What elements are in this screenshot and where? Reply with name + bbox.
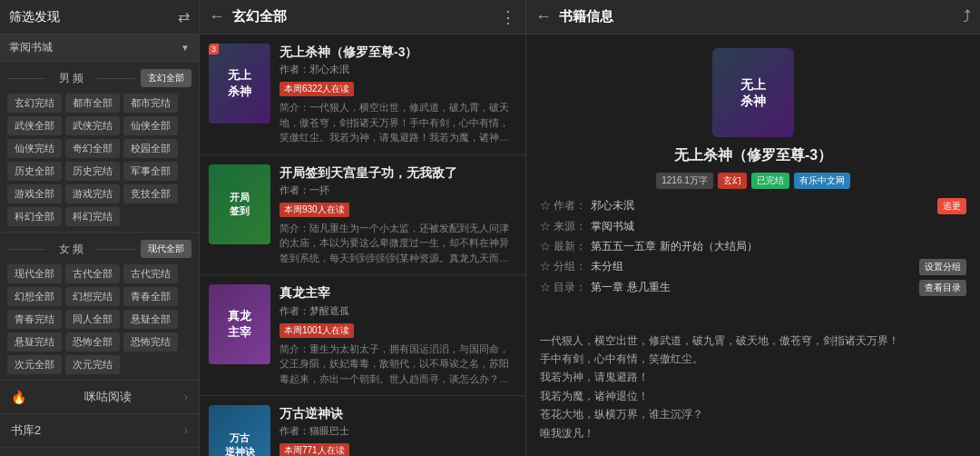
follow-button[interactable]: 追更	[937, 198, 966, 214]
book-detail-title: 无上杀神（修罗至尊-3）	[674, 146, 832, 165]
right-content: 无上杀神 无上杀神（修罗至尊-3） 1216.1万字 玄幻 已完结 有乐中文网 …	[526, 35, 980, 456]
tag-f-ciyuan[interactable]: 次元全部	[7, 355, 62, 374]
tag-f-huanxiang[interactable]: 幻想全部	[7, 287, 62, 306]
divider-left-f	[7, 249, 45, 250]
book-synopsis: 一代狠人，横空出世，修武道，破九霄，破天地，傲苍穹，剑指诸天万界！ 手中有剑，心…	[540, 312, 966, 442]
filter-icon[interactable]: ⇄	[178, 8, 190, 25]
tag-wuxia[interactable]: 武侠全部	[7, 116, 62, 135]
author-label: ☆ 作者：	[540, 198, 586, 213]
source-value: 掌阅书城	[591, 219, 966, 234]
tag-f-xuanyi[interactable]: 悬疑全部	[123, 310, 178, 329]
meta-row-catalog: ☆ 目录： 第一章 悬几重生 查看目录	[540, 280, 966, 296]
tag-youxi[interactable]: 游戏全部	[7, 184, 62, 203]
tag-kehuanwanjie[interactable]: 科幻完结	[65, 207, 120, 226]
right-share-button[interactable]: ⤴	[963, 7, 971, 26]
book-meta: ☆ 作者： 邪心未泯 追更 ☆ 来源： 掌阅书城 ☆ 最新： 第五五一五章 新的…	[540, 198, 966, 296]
tag-f-xiandai[interactable]: 现代全部	[7, 264, 62, 283]
book-detail-tags: 1216.1万字 玄幻 已完结 有乐中文网	[656, 173, 850, 189]
book-item-2[interactable]: 真龙主宰 真龙主宰 作者：梦醒遮孤 本周1001人在读 简介：重生为太初太子，拥…	[200, 275, 525, 396]
meta-row-author: ☆ 作者： 邪心未泯 追更	[540, 198, 966, 214]
male-tags-grid: 玄幻完结 都市全部 都市完结 武侠全部 武侠完结 仙侠全部 仙侠完结 奇幻全部 …	[7, 94, 191, 226]
book-title-2: 真龙主宰	[279, 284, 516, 301]
tag-lishiwanjie[interactable]: 历史完结	[65, 162, 120, 181]
male-label: 男 频	[53, 71, 91, 86]
tag-f-kongbuwanjie[interactable]: 恐怖完结	[123, 332, 178, 352]
tag-youxiwanjie[interactable]: 游戏完结	[65, 184, 120, 203]
middle-topbar: ← 玄幻全部 ⋮	[200, 0, 525, 35]
book-desc-1: 简介：陆凡重生为一个小太监，还被发配到无人问津的太庙，本以为要这么卑微度过一生，…	[279, 221, 516, 266]
tag-qihuan[interactable]: 奇幻全部	[65, 139, 120, 158]
library-label: 掌阅书城	[9, 40, 53, 55]
cover-text-3: 万古逆神诀	[221, 428, 259, 456]
cover-text-0: 无上杀神	[224, 64, 255, 104]
tag-xuanhuanwanjie[interactable]: 玄幻完结	[7, 94, 62, 113]
menu-mige[interactable]: 🔥 咪咕阅读 ›	[0, 381, 199, 414]
divider-left	[7, 78, 45, 79]
catalog-value: 第一章 悬几重生	[591, 280, 915, 295]
book-cover-2: 真龙主宰	[209, 284, 270, 364]
book-item-3[interactable]: 万古逆神诀 万古逆神诀 作者：猫眼巴士 本周771人在读 简介：十万年后，天魔入…	[200, 396, 525, 456]
set-group-button[interactable]: 设置分组	[919, 259, 966, 275]
meta-row-category: ☆ 分组： 未分组 设置分组	[540, 259, 966, 275]
book-item-0[interactable]: 无上杀神 3 无上杀神（修罗至尊-3） 作者：邪心未泯 本周6322人在读 简介…	[200, 35, 525, 155]
book-item-1[interactable]: 开局签到 开局签到天宫皇子功，无我敌了 作者：一抔 本周930人在读 简介：陆凡…	[200, 155, 525, 276]
left-topbar: 筛选发现 ⇄	[0, 0, 199, 35]
female-tags-grid: 现代全部 古代全部 古代完结 幻想全部 幻想完结 青春全部 青春完结 同人全部 …	[7, 264, 191, 374]
left-panel: 筛选发现 ⇄ 掌阅书城 ▼ 男 频 玄幻全部 玄幻完结 都市全部 都市完结 武侠…	[0, 0, 200, 456]
tag-lishi[interactable]: 历史全部	[7, 162, 62, 181]
menu-shuku2-label: 书库2	[11, 422, 41, 439]
book-cover-0: 无上杀神 3	[209, 44, 270, 124]
tag-f-xuanyiwanjie[interactable]: 悬疑完结	[7, 332, 62, 352]
tag-f-kongbu[interactable]: 恐怖全部	[65, 332, 120, 352]
tag-jingji[interactable]: 竞技全部	[123, 184, 178, 203]
right-back-button[interactable]: ←	[535, 7, 552, 26]
right-topbar: ← 书籍信息 ⤴	[526, 0, 980, 35]
catalog-label: ☆ 目录：	[540, 280, 586, 295]
book-info-3: 万古逆神诀 作者：猫眼巴士 本周771人在读 简介：十万年后，天魔入侵，第一强者…	[279, 405, 516, 456]
cover-bg-0: 无上杀神	[209, 44, 270, 124]
male-active-tag[interactable]: 玄幻全部	[141, 69, 191, 87]
book-detail-cover: 无上杀神	[712, 48, 794, 137]
tag-xianxiawanjie[interactable]: 仙侠完结	[7, 139, 62, 158]
library-dropdown[interactable]: 掌阅书城 ▼	[0, 35, 199, 62]
tag-f-gudai[interactable]: 古代全部	[65, 264, 120, 283]
book-platform-tag: 有乐中文网	[794, 173, 850, 189]
book-desc-2: 简介：重生为太初太子，拥有国运滔滔，与国同命，父王身陨，妖妃毒毒，敌朝代，以不辱…	[279, 342, 516, 387]
menu-arrow-1: ›	[184, 424, 188, 437]
tag-f-qingchun[interactable]: 青春全部	[123, 287, 178, 306]
tag-f-tongren[interactable]: 同人全部	[65, 310, 120, 329]
tag-f-ciyuanwanjie[interactable]: 次元完结	[65, 355, 120, 374]
female-label: 女 频	[53, 242, 91, 257]
tag-f-gudaiwanjie[interactable]: 古代完结	[123, 264, 178, 283]
meta-row-latest: ☆ 最新： 第五五一五章 新的开始（大结局）	[540, 239, 966, 254]
tag-wuxiawanjie[interactable]: 武侠完结	[65, 116, 120, 135]
middle-more-button[interactable]: ⋮	[500, 7, 516, 27]
tag-dushi[interactable]: 都市全部	[65, 94, 120, 113]
category-value: 未分组	[591, 259, 915, 274]
male-header: 男 频 玄幻全部	[7, 67, 191, 89]
book-cover-1: 开局签到	[209, 164, 270, 244]
tag-f-qingchunwanjie[interactable]: 青春完结	[7, 310, 62, 329]
tag-xianxia[interactable]: 仙侠全部	[123, 116, 178, 135]
book-author-3: 作者：猫眼巴士	[279, 424, 516, 438]
book-author-0: 作者：邪心未泯	[279, 63, 516, 76]
tag-f-huanxiangwanjie[interactable]: 幻想完结	[65, 287, 120, 306]
book-readers-2: 本周1001人在读	[279, 323, 354, 338]
female-active-tag[interactable]: 现代全部	[141, 240, 191, 258]
read-catalog-button[interactable]: 查看目录	[919, 280, 966, 296]
book-title-3: 万古逆神诀	[279, 405, 516, 421]
tag-kehuan[interactable]: 科幻全部	[7, 207, 62, 226]
middle-title: 玄幻全部	[232, 8, 500, 25]
tag-xiaoyuan[interactable]: 校园全部	[123, 139, 178, 158]
latest-label: ☆ 最新：	[540, 239, 586, 254]
male-section: 男 频 玄幻全部 玄幻完结 都市全部 都市完结 武侠全部 武侠完结 仙侠全部 仙…	[0, 62, 199, 233]
book-info-1: 开局签到天宫皇子功，无我敌了 作者：一抔 本周930人在读 简介：陆凡重生为一个…	[279, 164, 516, 266]
middle-back-button[interactable]: ←	[209, 7, 225, 26]
menu-jinghua[interactable]: 精华书屋 ›	[0, 448, 199, 456]
book-author-1: 作者：一抔	[279, 183, 516, 197]
menu-shuku2[interactable]: 书库2 ›	[0, 414, 199, 448]
tag-junshi[interactable]: 军事全部	[123, 162, 178, 181]
category-label: ☆ 分组：	[540, 259, 586, 274]
source-label: ☆ 来源：	[540, 219, 586, 234]
tag-dushiwanjie[interactable]: 都市完结	[123, 94, 178, 113]
